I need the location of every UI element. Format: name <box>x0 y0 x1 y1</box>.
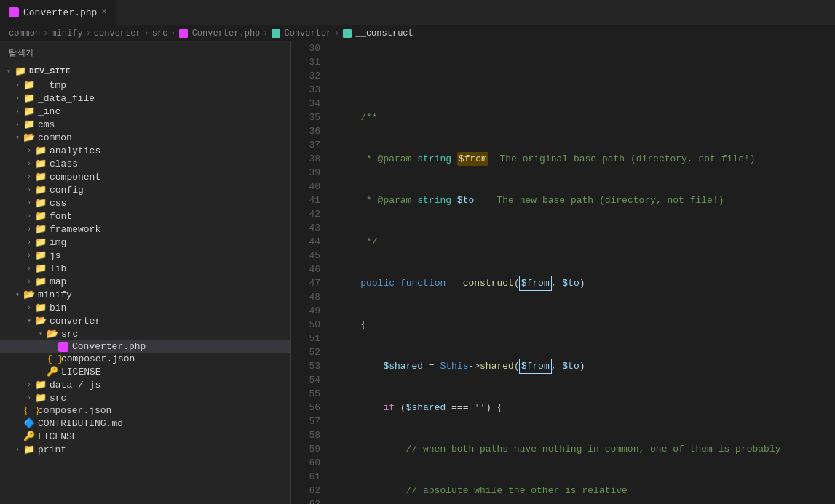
print-folder-icon: 📁 <box>23 444 35 455</box>
breadcrumb-common[interactable]: common <box>9 28 40 39</box>
sidebar-item-bin[interactable]: › 📁 bin <box>0 301 290 314</box>
converter-php-tab[interactable]: Converter.php × <box>0 0 116 25</box>
lib-arrow: › <box>23 265 35 273</box>
sidebar-item-class[interactable]: › 📁 class <box>0 157 290 170</box>
breadcrumb-src[interactable]: src <box>152 28 168 39</box>
converter-label: converter <box>50 316 100 327</box>
src-minify-arrow: › <box>23 394 35 402</box>
sidebar-item-font[interactable]: › 📁 font <box>0 209 290 223</box>
src-inner-label: src <box>61 329 78 340</box>
tmp-arrow: › <box>12 81 23 89</box>
sidebar-item-src-minify[interactable]: › 📁 src <box>0 391 290 404</box>
sidebar-item-data-file[interactable]: › 📁 _data_file <box>0 92 290 105</box>
line-30 <box>338 69 835 83</box>
sidebar-item-common[interactable]: ▾ 📂 common <box>0 131 290 144</box>
sidebar-item-js[interactable]: › 📁 js <box>0 249 290 262</box>
framework-label: framework <box>50 224 100 235</box>
img-folder-icon: 📁 <box>35 236 47 248</box>
line-34: */ <box>338 235 835 249</box>
css-folder-icon: 📁 <box>35 197 47 209</box>
bin-folder-icon: 📁 <box>35 302 47 313</box>
converter-arrow: ▾ <box>23 316 35 325</box>
analytics-label: analytics <box>50 145 100 156</box>
src-inner-folder-icon: 📂 <box>47 328 58 340</box>
breadcrumb-sep6: › <box>334 28 339 39</box>
sidebar-item-data-js[interactable]: › 📁 data / js <box>0 378 290 391</box>
sidebar-item-composer-json[interactable]: { } composer.json <box>0 404 290 417</box>
common-arrow: ▾ <box>12 133 23 142</box>
sidebar-item-config[interactable]: › 📁 config <box>0 183 290 196</box>
css-label: css <box>50 198 66 209</box>
data-js-arrow: › <box>23 381 35 389</box>
sidebar-item-license[interactable]: 🔑 LICENSE <box>0 430 290 443</box>
sidebar-item-map[interactable]: › 📁 map <box>0 275 290 288</box>
minify-folder-icon: 📂 <box>23 289 35 300</box>
inc-folder-icon: 📁 <box>23 105 35 117</box>
common-label: common <box>38 132 72 143</box>
component-label: component <box>50 172 100 183</box>
config-arrow: › <box>23 186 35 194</box>
sidebar-root[interactable]: ▾ 📁 DEV_SITE <box>0 64 290 79</box>
sidebar: 탐색기 ▾ 📁 DEV_SITE › 📁 __tmp__ › 📁 _data_f… <box>0 41 291 504</box>
contributing-icon: 🔷 <box>23 417 35 429</box>
img-arrow: › <box>23 239 35 247</box>
js-folder-icon: 📁 <box>35 249 47 261</box>
license-label: LICENSE <box>38 431 78 442</box>
sidebar-item-minify[interactable]: ▾ 📂 minify <box>0 288 290 301</box>
sidebar-item-img[interactable]: › 📁 img <box>0 236 290 249</box>
tmp-folder-icon: 📁 <box>23 79 35 91</box>
breadcrumb-converter[interactable]: converter <box>94 28 141 39</box>
editor[interactable]: 30 31 32 33 34 35 36 37 38 39 40 41 42 4… <box>291 41 835 504</box>
minify-label: minify <box>38 289 72 300</box>
data-file-folder-icon: 📁 <box>23 92 35 104</box>
sidebar-item-converter-php[interactable]: Converter.php <box>0 340 290 353</box>
sidebar-item-css[interactable]: › 📁 css <box>0 196 290 209</box>
sidebar-item-print[interactable]: › 📁 print <box>0 443 290 456</box>
common-folder-icon: 📂 <box>23 132 35 143</box>
sidebar-item-lib[interactable]: › 📁 lib <box>0 262 290 275</box>
sidebar-item-license-2[interactable]: 🔑 LICENSE <box>0 365 290 378</box>
code-area: 30 31 32 33 34 35 36 37 38 39 40 41 42 4… <box>291 41 835 504</box>
breadcrumb-method[interactable]: __construct <box>356 28 413 39</box>
sidebar-item-converter[interactable]: ▾ 📂 converter <box>0 314 290 327</box>
tab-label: Converter.php <box>23 7 97 18</box>
sidebar-item-contributing[interactable]: 🔷 CONTRIBUTING.md <box>0 417 290 430</box>
bin-arrow: › <box>23 304 35 312</box>
breadcrumb-class[interactable]: Converter <box>285 28 332 39</box>
sidebar-item-inc[interactable]: › 📁 _inc <box>0 105 290 118</box>
tab-close-button[interactable]: × <box>101 7 106 17</box>
line-36: { <box>338 318 835 332</box>
line-38: if ($shared === '') { <box>338 401 835 415</box>
data-file-arrow: › <box>12 95 23 103</box>
breadcrumb: common › minify › converter › src › Conv… <box>0 25 835 41</box>
sidebar-item-framework[interactable]: › 📁 framework <box>0 223 290 236</box>
sidebar-item-tmp[interactable]: › 📁 __tmp__ <box>0 79 290 92</box>
breadcrumb-minify[interactable]: minify <box>51 28 82 39</box>
sidebar-item-analytics[interactable]: › 📁 analytics <box>0 144 290 157</box>
sidebar-header: 탐색기 <box>0 41 290 64</box>
line-31: /** <box>338 111 835 124</box>
composer-json2-label: composer.json <box>61 353 135 364</box>
php-file-icon <box>9 7 19 17</box>
code-lines[interactable]: /** * @param string $from The original b… <box>326 41 835 504</box>
sidebar-item-cms[interactable]: › 📁 cms <box>0 118 290 131</box>
js-label: js <box>50 250 61 261</box>
bin-label: bin <box>50 303 66 313</box>
analytics-folder-icon: 📁 <box>35 145 47 156</box>
breadcrumb-file[interactable]: Converter.php <box>192 28 261 39</box>
font-label: font <box>50 211 72 222</box>
sidebar-item-src-inner[interactable]: ▾ 📂 src <box>0 327 290 340</box>
line-40: // absolute while the other is relative <box>338 484 835 497</box>
sidebar-item-component[interactable]: › 📁 component <box>0 170 290 183</box>
minify-arrow: ▾ <box>12 290 23 299</box>
print-arrow: › <box>12 446 23 454</box>
print-label: print <box>38 444 66 455</box>
converter-php-icon <box>58 342 68 352</box>
inc-arrow: › <box>12 108 23 116</box>
breadcrumb-class-icon <box>272 29 280 38</box>
sidebar-item-composer-json-2[interactable]: { } composer.json <box>0 353 290 365</box>
line-37: $shared = $this->shared($from, $to) <box>338 359 835 373</box>
src-minify-folder-icon: 📁 <box>35 392 47 404</box>
line-39: // when both paths have nothing in commo… <box>338 442 835 456</box>
map-arrow: › <box>23 278 35 286</box>
